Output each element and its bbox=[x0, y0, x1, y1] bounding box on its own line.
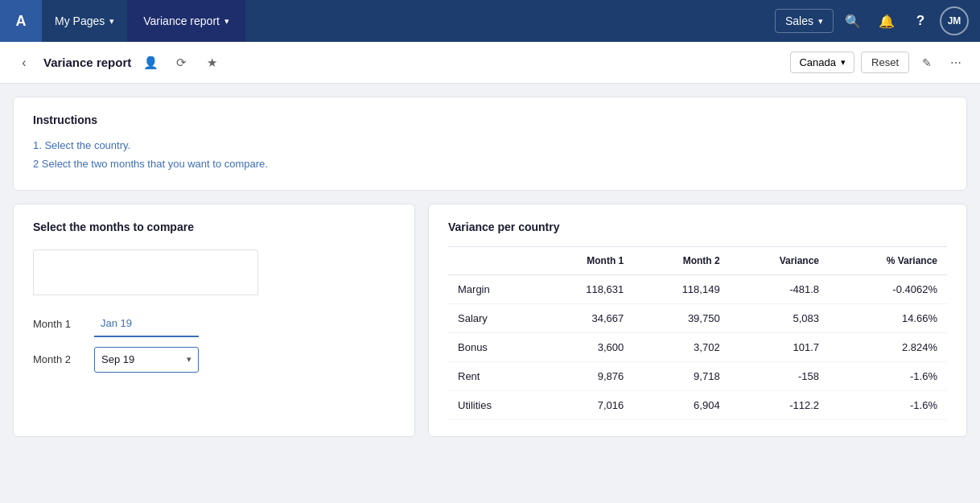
cell-month1: 7,016 bbox=[537, 390, 633, 419]
instruction-step2: 2 Select the two months that you want to… bbox=[33, 155, 947, 173]
help-icon: ? bbox=[916, 13, 924, 29]
instructions-body: 1. Select the country. 2 Select the two … bbox=[33, 136, 947, 174]
search-icon: 🔍 bbox=[845, 14, 861, 29]
cell-label: Salary bbox=[448, 303, 537, 332]
cell-pct-variance: 14.66% bbox=[829, 303, 947, 332]
notifications-button[interactable]: 🔔 bbox=[872, 6, 901, 35]
cell-pct-variance: -1.6% bbox=[829, 390, 947, 419]
sales-filter-button[interactable]: Sales ▾ bbox=[775, 9, 834, 33]
bell-icon: 🔔 bbox=[879, 14, 895, 29]
cell-month2: 9,718 bbox=[633, 361, 729, 390]
cell-month2: 39,750 bbox=[633, 303, 729, 332]
cell-variance: -112.2 bbox=[730, 390, 829, 419]
sub-header: ‹ Variance report 👤 ⟳ ★ Canada ▾ Reset ✎… bbox=[0, 42, 980, 84]
cell-pct-variance: -0.4062% bbox=[829, 274, 947, 303]
reset-button[interactable]: Reset bbox=[861, 52, 909, 73]
cell-month1: 34,667 bbox=[537, 303, 633, 332]
my-pages-chevron: ▾ bbox=[109, 16, 114, 27]
country-filter-chevron: ▾ bbox=[841, 57, 846, 68]
month1-label: Month 1 bbox=[33, 318, 81, 330]
back-button[interactable]: ‹ bbox=[13, 52, 35, 74]
help-button[interactable]: ? bbox=[906, 6, 935, 35]
sales-label: Sales bbox=[785, 14, 813, 27]
col-header-variance: Variance bbox=[730, 246, 829, 274]
search-button[interactable]: 🔍 bbox=[838, 6, 867, 35]
top-nav: A My Pages ▾ Variance report ▾ Sales ▾ 🔍… bbox=[0, 0, 980, 42]
variance-per-country-card: Variance per country Month 1 Month 2 Var… bbox=[428, 204, 967, 437]
cell-variance: 101.7 bbox=[730, 332, 829, 361]
cell-label: Rent bbox=[448, 361, 537, 390]
variance-report-nav[interactable]: Variance report ▾ bbox=[127, 0, 245, 42]
table-row: Rent 9,876 9,718 -158 -1.6% bbox=[448, 361, 947, 390]
more-options-button[interactable]: ⋯ bbox=[945, 52, 967, 74]
cell-variance: -158 bbox=[730, 361, 829, 390]
cell-month1: 118,631 bbox=[537, 274, 633, 303]
variance-report-label: Variance report bbox=[143, 14, 220, 27]
country-filter-label: Canada bbox=[799, 56, 836, 68]
cell-label: Margin bbox=[448, 274, 537, 303]
cell-month2: 3,702 bbox=[633, 332, 729, 361]
user-avatar[interactable]: JM bbox=[940, 6, 969, 35]
cell-pct-variance: -1.6% bbox=[829, 361, 947, 390]
table-row: Utilities 7,016 6,904 -112.2 -1.6% bbox=[448, 390, 947, 419]
cell-variance: 5,083 bbox=[730, 303, 829, 332]
app-logo[interactable]: A bbox=[0, 0, 42, 42]
col-header-month1: Month 1 bbox=[537, 246, 633, 274]
sync-icon[interactable]: ⟳ bbox=[170, 52, 192, 74]
variance-report-chevron: ▾ bbox=[224, 16, 229, 27]
my-pages-label: My Pages bbox=[55, 14, 105, 27]
main-content: Instructions 1. Select the country. 2 Se… bbox=[0, 84, 980, 450]
cell-month1: 9,876 bbox=[537, 361, 633, 390]
sub-header-actions: Canada ▾ Reset ✎ ⋯ bbox=[790, 52, 967, 74]
month2-chevron-icon: ▾ bbox=[187, 354, 191, 365]
month2-value: Sep 19 bbox=[101, 353, 134, 365]
cell-month1: 3,600 bbox=[537, 332, 633, 361]
variance-table: Month 1 Month 2 Variance % Variance Marg… bbox=[448, 246, 947, 420]
cell-variance: -481.8 bbox=[730, 274, 829, 303]
month2-label: Month 2 bbox=[33, 353, 81, 365]
cell-label: Bonus bbox=[448, 332, 537, 361]
cell-label: Utilities bbox=[448, 390, 537, 419]
cell-month2: 6,904 bbox=[633, 390, 729, 419]
col-header-label bbox=[448, 246, 537, 274]
sales-chevron: ▾ bbox=[818, 16, 823, 27]
country-filter-button[interactable]: Canada ▾ bbox=[790, 52, 854, 73]
col-header-pct-variance: % Variance bbox=[829, 246, 947, 274]
cell-pct-variance: 2.824% bbox=[829, 332, 947, 361]
instruction-step1: 1. Select the country. bbox=[33, 136, 947, 155]
table-row: Salary 34,667 39,750 5,083 14.66% bbox=[448, 303, 947, 332]
page-title: Variance report bbox=[43, 56, 131, 69]
instructions-card: Instructions 1. Select the country. 2 Se… bbox=[13, 97, 967, 191]
col-header-month2: Month 2 bbox=[633, 246, 729, 274]
cell-month2: 118,149 bbox=[633, 274, 729, 303]
variance-card-title: Variance per country bbox=[448, 221, 947, 233]
instructions-title: Instructions bbox=[33, 113, 947, 126]
month2-dropdown[interactable]: Sep 19 ▾ bbox=[94, 347, 199, 373]
month1-input[interactable] bbox=[94, 311, 199, 337]
my-pages-nav[interactable]: My Pages ▾ bbox=[42, 0, 127, 42]
select-months-title: Select the months to compare bbox=[33, 221, 395, 233]
table-row: Bonus 3,600 3,702 101.7 2.824% bbox=[448, 332, 947, 361]
dashboard-row: Select the months to compare Month 1 Mon… bbox=[13, 204, 967, 437]
user-icon[interactable]: 👤 bbox=[139, 52, 162, 74]
table-row: Margin 118,631 118,149 -481.8 -0.4062% bbox=[448, 274, 947, 303]
edit-button[interactable]: ✎ bbox=[916, 52, 938, 74]
star-icon[interactable]: ★ bbox=[200, 52, 223, 74]
select-months-card: Select the months to compare Month 1 Mon… bbox=[13, 204, 415, 437]
